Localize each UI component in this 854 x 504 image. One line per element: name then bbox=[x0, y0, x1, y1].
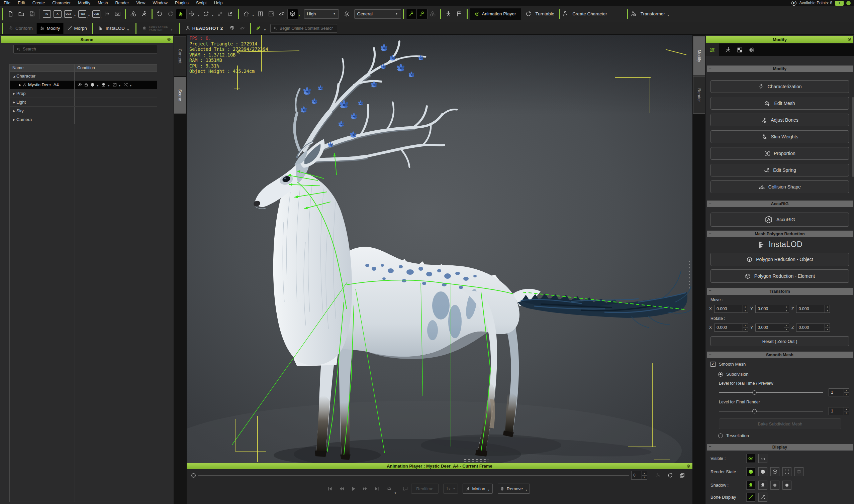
scene-row-character[interactable]: ◢ Character bbox=[10, 72, 157, 80]
bone-display-off-toggle[interactable] bbox=[758, 493, 767, 502]
speed-dropdown[interactable]: 1x▼ bbox=[443, 484, 458, 493]
mode-dropdown[interactable]: General▼ bbox=[354, 10, 401, 19]
texture-state-icon[interactable] bbox=[112, 82, 117, 87]
bone-display-on-toggle[interactable] bbox=[746, 493, 755, 502]
home-view-button[interactable] bbox=[241, 9, 252, 19]
move-y-input[interactable] bbox=[756, 305, 784, 312]
copy-frame-icon[interactable] bbox=[678, 471, 686, 480]
render-state-bounds-toggle[interactable] bbox=[782, 467, 791, 476]
new-project-button[interactable] bbox=[5, 9, 16, 19]
menu-file[interactable]: File bbox=[0, 1, 14, 5]
instalod-menu[interactable]: InstaLOD ▼ bbox=[95, 23, 134, 34]
add-points-button[interactable]: + bbox=[835, 1, 843, 6]
collision-shape-button[interactable]: Collision Shape bbox=[711, 180, 849, 193]
menu-edit[interactable]: Edit bbox=[14, 1, 29, 5]
shadow-none-toggle[interactable] bbox=[782, 481, 791, 490]
scene-row-sky[interactable]: ▶Sky bbox=[10, 107, 157, 115]
skip-start-button[interactable] bbox=[326, 484, 334, 493]
content-leaf-dropdown[interactable]: ▼ bbox=[264, 29, 266, 32]
scene-col-condition[interactable]: Condition bbox=[75, 65, 157, 72]
timeline-track[interactable] bbox=[198, 475, 629, 475]
section-display[interactable]: −Display bbox=[707, 444, 853, 451]
scene-row-camera[interactable]: ▶Camera bbox=[10, 115, 157, 124]
section-transform[interactable]: −Transform bbox=[707, 288, 853, 295]
visibility-eye-icon[interactable] bbox=[77, 82, 82, 87]
lock-icon[interactable] bbox=[84, 82, 89, 87]
menu-window[interactable]: Window bbox=[149, 1, 171, 5]
conform-tab[interactable]: Conform bbox=[5, 23, 36, 34]
transformer-button[interactable]: Transformer ▼ bbox=[630, 11, 670, 17]
tab-content[interactable]: Content bbox=[174, 36, 186, 76]
move-x-spinner[interactable]: ▲▼ bbox=[743, 305, 748, 312]
move-tool-button[interactable] bbox=[187, 9, 197, 19]
expander-icon[interactable]: ▶ bbox=[18, 83, 22, 87]
edit-spring-button[interactable]: Edit Spring bbox=[711, 164, 849, 177]
bake-subdivided-mesh-button[interactable]: Bake Subdivided Mesh bbox=[719, 418, 841, 429]
comment-button[interactable] bbox=[401, 484, 409, 493]
character-swap-button[interactable] bbox=[128, 9, 139, 19]
play-button[interactable] bbox=[349, 484, 358, 493]
expander-icon[interactable]: ◢ bbox=[12, 74, 16, 78]
preview-window-button[interactable] bbox=[112, 9, 123, 19]
content-leaf-button[interactable] bbox=[253, 23, 264, 34]
pivot-tool-button[interactable] bbox=[225, 9, 236, 19]
redo-button[interactable] bbox=[165, 9, 176, 19]
move-x-input[interactable] bbox=[715, 305, 743, 312]
timeline-playhead[interactable] bbox=[191, 473, 196, 478]
realtime-level-input[interactable] bbox=[829, 389, 843, 396]
export-fbx-button[interactable]: FBX bbox=[77, 9, 88, 19]
export-obj-button[interactable]: OBJ bbox=[63, 9, 74, 19]
reset-zero-out-button[interactable]: Reset ( Zero Out ) bbox=[711, 336, 849, 346]
bone-edit-icon[interactable] bbox=[123, 82, 128, 87]
animation-player-close-icon[interactable]: ⊗ bbox=[686, 463, 691, 469]
transformer-dropdown[interactable]: ▼ bbox=[667, 14, 670, 17]
orbit-camera-button[interactable] bbox=[277, 9, 287, 19]
headshot-card-button[interactable] bbox=[226, 23, 237, 34]
mesh-sphere-button[interactable] bbox=[237, 23, 248, 34]
lighting-button[interactable] bbox=[342, 9, 352, 19]
accurig-button[interactable]: AccuRIG bbox=[711, 213, 849, 227]
camera-view-dropdown[interactable]: ▼ bbox=[298, 14, 301, 17]
loop-mode-dropdown[interactable]: ▼ bbox=[394, 492, 397, 494]
edit-mesh-button[interactable]: Edit Mesh bbox=[711, 97, 849, 110]
proportion-button[interactable]: Proportion bbox=[711, 147, 849, 160]
menu-script[interactable]: Script bbox=[192, 1, 210, 5]
turntable-button[interactable]: Turntable bbox=[525, 11, 555, 17]
material-sphere-icon[interactable] bbox=[101, 82, 106, 87]
undo-button[interactable] bbox=[155, 9, 165, 19]
physics-tab[interactable] bbox=[746, 44, 758, 55]
frame-spinner[interactable]: ▲▼ bbox=[642, 471, 647, 479]
export-button[interactable] bbox=[102, 9, 112, 19]
tab-modify[interactable]: Modify bbox=[693, 36, 705, 75]
home-view-dropdown[interactable]: ▼ bbox=[252, 14, 255, 17]
turntable-loop-icon[interactable] bbox=[666, 471, 674, 480]
render-state-solid-toggle[interactable] bbox=[758, 467, 767, 476]
realtime-level-slider[interactable] bbox=[719, 392, 823, 393]
save-project-button[interactable] bbox=[27, 9, 37, 19]
shadow-cast-receive-toggle[interactable] bbox=[746, 481, 755, 490]
move-y-spinner[interactable]: ▲▼ bbox=[784, 305, 789, 312]
import-ic-button[interactable]: IC bbox=[41, 9, 52, 19]
final-level-input[interactable] bbox=[829, 408, 843, 415]
light-a-toggle[interactable] bbox=[406, 9, 417, 19]
section-smooth-mesh[interactable]: −Smooth Mesh bbox=[707, 352, 853, 358]
menu-mesh[interactable]: Mesh bbox=[94, 1, 112, 5]
material-tab[interactable] bbox=[734, 44, 746, 55]
skip-end-button[interactable] bbox=[372, 484, 381, 493]
realtime-level-handle[interactable] bbox=[752, 390, 757, 395]
visible-off-toggle[interactable] bbox=[758, 454, 767, 463]
animation-tab[interactable] bbox=[721, 44, 734, 55]
substance-painter-menu[interactable]: SUBSTANCEPAINTER ▼ bbox=[139, 23, 177, 34]
next-frame-button[interactable] bbox=[361, 484, 369, 493]
visible-on-toggle[interactable] bbox=[746, 454, 755, 463]
rotate-y-spinner[interactable]: ▲▼ bbox=[784, 324, 789, 331]
shadow-cast-toggle[interactable] bbox=[758, 481, 767, 490]
rotate-z-spinner[interactable]: ▲▼ bbox=[824, 324, 830, 331]
final-level-handle[interactable] bbox=[752, 409, 757, 413]
render-state-lod-toggle[interactable] bbox=[795, 467, 803, 476]
final-level-spinner[interactable]: ▲▼ bbox=[843, 408, 849, 415]
section-mesh-reduction[interactable]: −Mesh Polygon Reduction bbox=[707, 231, 853, 237]
tab-render[interactable]: Render bbox=[693, 76, 705, 114]
prev-frame-button[interactable] bbox=[337, 484, 346, 493]
realtime-button[interactable]: Realtime bbox=[411, 484, 438, 493]
